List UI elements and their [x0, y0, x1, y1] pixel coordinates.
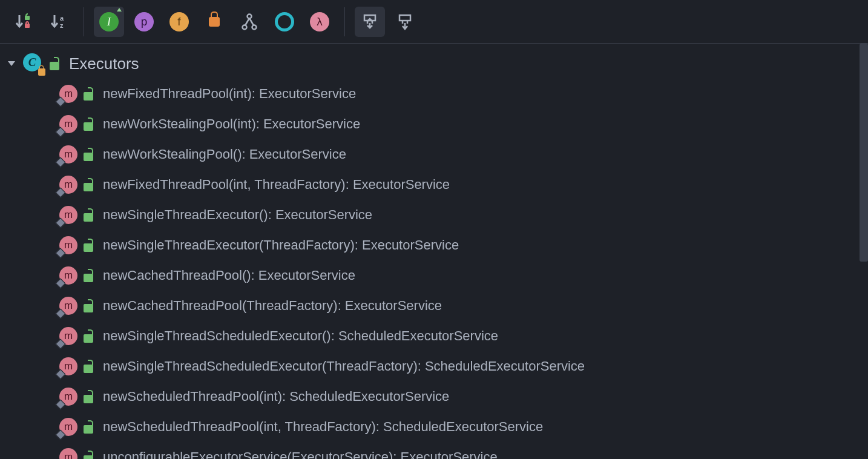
up-arrow-icon — [117, 8, 122, 12]
public-visibility-icon — [84, 148, 97, 161]
method-icon: m — [59, 297, 77, 315]
public-visibility-icon — [84, 208, 97, 222]
method-signature-label: newScheduledThreadPool(int): ScheduledEx… — [103, 389, 449, 405]
method-signature-label: newSingleThreadExecutor(ThreadFactory): … — [103, 237, 459, 253]
property-icon: p — [134, 12, 154, 31]
svg-point-8 — [252, 25, 257, 29]
static-overlay-icon — [56, 400, 66, 410]
tree-member-row[interactable]: m newSingleThreadScheduledExecutor(Threa… — [0, 351, 868, 381]
lambda-icon: λ — [310, 12, 329, 31]
method-signature-label: newCachedThreadPool(ThreadFactory): Exec… — [103, 298, 442, 314]
tree-root-row[interactable]: C Executors — [0, 48, 868, 79]
svg-rect-15 — [399, 15, 410, 21]
public-visibility-icon — [84, 117, 97, 131]
static-overlay-icon — [56, 127, 66, 137]
method-signature-label: newWorkStealingPool(): ExecutorService — [103, 147, 346, 162]
tree-member-row[interactable]: m newWorkStealingPool(): ExecutorService — [0, 139, 868, 170]
structure-tree: C Executors m newFixedThreadPool(int): E… — [0, 44, 868, 459]
method-signature-label: unconfigurableExecutorService(ExecutorSe… — [103, 449, 498, 459]
method-icon: m — [59, 145, 77, 163]
public-visibility-icon — [84, 420, 97, 434]
tree-member-row[interactable]: m newScheduledThreadPool(int, ThreadFact… — [0, 412, 868, 442]
tree-member-row[interactable]: m newWorkStealingPool(int): ExecutorServ… — [0, 109, 868, 139]
method-icon: m — [59, 418, 77, 436]
public-visibility-icon — [84, 269, 97, 282]
public-visibility-icon — [84, 87, 97, 101]
static-overlay-icon — [56, 97, 66, 107]
sort-by-visibility-button[interactable] — [8, 7, 39, 37]
static-overlay-icon — [56, 248, 66, 259]
public-visibility-icon — [84, 329, 97, 343]
tree-member-row[interactable]: m newScheduledThreadPool(int): Scheduled… — [0, 381, 868, 412]
method-signature-label: newSingleThreadExecutor(): ExecutorServi… — [103, 207, 372, 223]
show-nonpublic-button[interactable] — [199, 7, 229, 37]
tree-member-row[interactable]: m unconfigurableExecutorService(Executor… — [0, 442, 868, 459]
method-signature-label: newWorkStealingPool(int): ExecutorServic… — [103, 116, 360, 132]
tree-member-row[interactable]: m newFixedThreadPool(int): ExecutorServi… — [0, 79, 868, 109]
static-overlay-icon — [56, 279, 66, 289]
toolbar-separator — [84, 7, 84, 36]
structure-toolbar: a z I p f λ — [0, 0, 868, 44]
method-signature-label: newSingleThreadScheduledExecutor(ThreadF… — [103, 358, 585, 374]
expand-chevron[interactable] — [6, 61, 17, 66]
public-visibility-icon — [84, 360, 97, 373]
static-overlay-icon — [56, 188, 66, 198]
method-icon: m — [59, 236, 77, 254]
tree-member-row[interactable]: m newSingleThreadExecutor(): ExecutorSer… — [0, 200, 868, 230]
svg-text:a: a — [60, 15, 64, 22]
show-properties-button[interactable]: p — [129, 7, 159, 37]
anonymous-icon — [275, 12, 294, 31]
method-icon: m — [59, 388, 77, 406]
show-inherited-button[interactable] — [234, 7, 265, 37]
show-lambda-button[interactable]: λ — [304, 7, 335, 37]
toolbar-separator — [344, 7, 345, 36]
static-overlay-icon — [56, 430, 66, 440]
svg-point-6 — [248, 14, 252, 18]
method-icon: m — [59, 266, 77, 285]
method-signature-label: newFixedThreadPool(int): ExecutorService — [103, 86, 356, 102]
class-name-label: Executors — [69, 54, 139, 73]
method-signature-label: newSingleThreadScheduledExecutor(): Sche… — [103, 328, 498, 344]
svg-rect-2 — [25, 24, 30, 28]
public-visibility-icon — [84, 239, 97, 252]
show-fields-button[interactable]: f — [164, 7, 194, 37]
tree-member-row[interactable]: m newSingleThreadExecutor(ThreadFactory)… — [0, 230, 868, 260]
vertical-scrollbar[interactable] — [860, 44, 868, 262]
svg-rect-1 — [25, 16, 30, 20]
chevron-down-icon — [8, 61, 15, 66]
svg-text:z: z — [60, 22, 64, 29]
tree-member-row[interactable]: m newSingleThreadScheduledExecutor(): Sc… — [0, 321, 868, 351]
method-signature-label: newCachedThreadPool(): ExecutorService — [103, 268, 355, 283]
tree-member-row[interactable]: m newCachedThreadPool(): ExecutorService — [0, 260, 868, 291]
collapse-all-button[interactable] — [390, 7, 420, 37]
sort-alphabetically-button[interactable]: a z — [44, 7, 74, 37]
method-signature-label: newFixedThreadPool(int, ThreadFactory): … — [103, 177, 450, 193]
hierarchy-icon — [240, 13, 258, 31]
show-interfaces-button[interactable]: I — [94, 7, 124, 37]
public-visibility-icon — [50, 57, 63, 70]
public-visibility-icon — [84, 390, 97, 403]
method-icon: m — [59, 176, 77, 194]
static-overlay-icon — [56, 157, 66, 168]
expand-all-button[interactable] — [355, 7, 385, 37]
final-lock-icon — [38, 68, 45, 76]
method-signature-label: newScheduledThreadPool(int, ThreadFactor… — [103, 419, 543, 435]
tree-member-row[interactable]: m newFixedThreadPool(int, ThreadFactory)… — [0, 170, 868, 200]
method-icon: m — [59, 115, 77, 133]
public-visibility-icon — [84, 178, 97, 191]
method-icon: m — [59, 357, 77, 375]
tree-member-row[interactable]: m newCachedThreadPool(ThreadFactory): Ex… — [0, 291, 868, 321]
static-overlay-icon — [56, 339, 66, 349]
class-icon: C — [23, 53, 44, 74]
field-icon: f — [169, 12, 189, 31]
show-anonymous-button[interactable] — [269, 7, 300, 37]
interface-icon: I — [99, 12, 119, 31]
static-overlay-icon — [56, 218, 66, 228]
expand-all-icon — [361, 13, 379, 31]
public-visibility-icon — [84, 299, 97, 312]
method-icon: m — [59, 206, 77, 224]
method-icon: m — [59, 327, 77, 345]
collapse-all-icon — [396, 13, 414, 31]
lock-icon — [209, 17, 220, 27]
static-overlay-icon — [56, 369, 66, 380]
